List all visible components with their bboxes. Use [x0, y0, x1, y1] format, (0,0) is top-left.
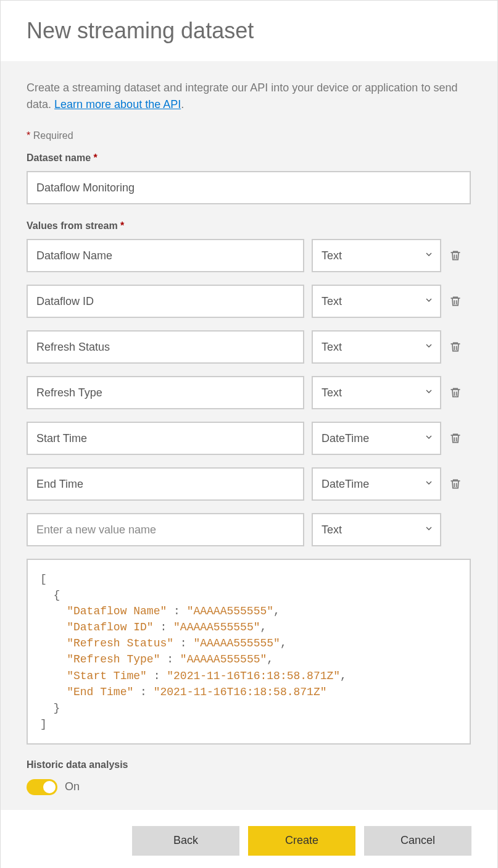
- dialog-body: Create a streaming dataset and integrate…: [1, 61, 497, 810]
- stream-value-type-wrap: TextNumberDateTime: [312, 422, 441, 455]
- back-button[interactable]: Back: [132, 826, 239, 856]
- cancel-button[interactable]: Cancel: [364, 826, 471, 856]
- stream-row: TextNumberDateTime: [27, 330, 471, 364]
- stream-value-type-select[interactable]: TextNumberDateTime: [312, 239, 441, 272]
- stream-row: TextNumberDateTime: [27, 239, 471, 272]
- stream-value-name-input[interactable]: [27, 330, 304, 364]
- stream-value-type-select[interactable]: TextNumberDateTime: [312, 376, 441, 409]
- delete-row-icon[interactable]: [449, 430, 462, 446]
- toggle-knob: [43, 781, 56, 793]
- required-note: * Required: [27, 130, 471, 141]
- historic-analysis-label: Historic data analysis: [27, 759, 471, 770]
- streaming-dataset-dialog: New streaming dataset Create a streaming…: [0, 0, 498, 868]
- stream-value-type-wrap: TextNumberDateTime: [312, 467, 441, 501]
- stream-row: TextNumberDateTime: [27, 467, 471, 501]
- stream-value-type-wrap: TextNumberDateTime: [312, 376, 441, 409]
- historic-toggle-row: On: [27, 779, 471, 795]
- stream-value-name-input[interactable]: [27, 285, 304, 318]
- json-preview: [ { "Dataflow Name" : "AAAAA555555", "Da…: [27, 559, 471, 745]
- stream-value-type-select[interactable]: TextNumberDateTime: [312, 330, 441, 364]
- delete-row-icon[interactable]: [449, 293, 462, 309]
- delete-row-icon[interactable]: [449, 339, 462, 355]
- stream-row: TextNumberDateTime: [27, 285, 471, 318]
- stream-value-type-select[interactable]: TextNumberDateTime: [312, 467, 441, 501]
- new-value-type-select[interactable]: TextNumberDateTime: [312, 513, 441, 546]
- create-button[interactable]: Create: [248, 826, 355, 856]
- new-value-name-input[interactable]: [27, 513, 304, 546]
- dataset-name-label-text: Dataset name: [27, 152, 91, 163]
- historic-toggle-state: On: [65, 780, 80, 793]
- stream-value-type-select[interactable]: TextNumberDateTime: [312, 285, 441, 318]
- dialog-header: New streaming dataset: [1, 1, 497, 61]
- delete-row-icon[interactable]: [449, 385, 462, 401]
- stream-value-name-input[interactable]: [27, 239, 304, 272]
- stream-value-name-input[interactable]: [27, 467, 304, 501]
- required-star-icon: *: [120, 220, 124, 231]
- required-star-icon: *: [27, 130, 30, 141]
- dialog-title: New streaming dataset: [27, 18, 471, 44]
- stream-rows-container: TextNumberDateTimeTextNumberDateTimeText…: [27, 239, 471, 546]
- values-from-stream-label: Values from stream *: [27, 220, 471, 232]
- delete-row-icon[interactable]: [449, 248, 462, 264]
- new-value-type-wrap: TextNumberDateTime: [312, 513, 441, 546]
- delete-row-icon[interactable]: [449, 476, 462, 492]
- learn-more-link[interactable]: Learn more about the API: [54, 98, 181, 111]
- historic-toggle[interactable]: [27, 779, 57, 795]
- dataset-name-label: Dataset name *: [27, 152, 471, 164]
- dialog-footer: Back Create Cancel: [1, 810, 497, 868]
- description-post: .: [181, 98, 184, 111]
- stream-row-new: TextNumberDateTime: [27, 513, 471, 546]
- values-label-text: Values from stream: [27, 220, 118, 231]
- stream-row: TextNumberDateTime: [27, 422, 471, 455]
- stream-row: TextNumberDateTime: [27, 376, 471, 409]
- stream-value-type-wrap: TextNumberDateTime: [312, 239, 441, 272]
- dataset-name-input[interactable]: [27, 171, 471, 204]
- required-star-icon: *: [94, 152, 98, 163]
- stream-value-name-input[interactable]: [27, 422, 304, 455]
- stream-value-name-input[interactable]: [27, 376, 304, 409]
- description: Create a streaming dataset and integrate…: [27, 80, 471, 113]
- stream-value-type-wrap: TextNumberDateTime: [312, 330, 441, 364]
- stream-value-type-wrap: TextNumberDateTime: [312, 285, 441, 318]
- required-label: Required: [33, 130, 73, 141]
- stream-value-type-select[interactable]: TextNumberDateTime: [312, 422, 441, 455]
